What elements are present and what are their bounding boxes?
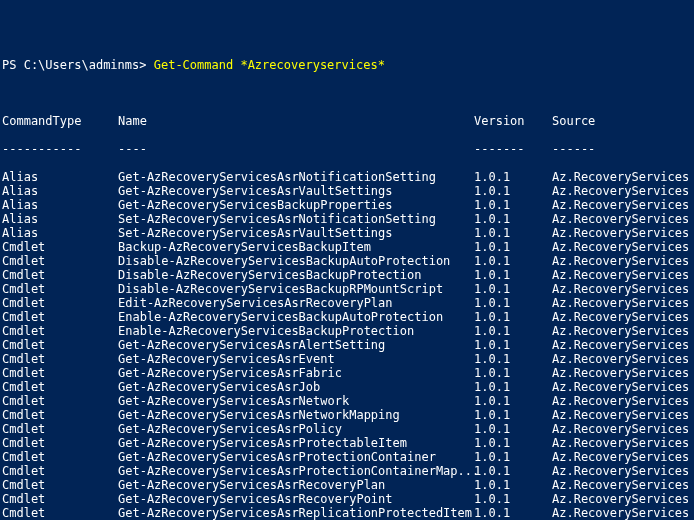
cell-name: Disable-AzRecoveryServicesBackupProtecti… xyxy=(118,268,474,282)
cell-version: 1.0.1 xyxy=(474,506,552,520)
cell-commandtype: Cmdlet xyxy=(2,352,118,366)
cell-name: Get-AzRecoveryServicesAsrFabric xyxy=(118,366,474,380)
cell-source: Az.RecoveryServices xyxy=(552,506,689,520)
cell-source: Az.RecoveryServices xyxy=(552,352,689,366)
table-row: CmdletBackup-AzRecoveryServicesBackupIte… xyxy=(2,240,692,254)
cell-commandtype: Alias xyxy=(2,226,118,240)
cell-name: Disable-AzRecoveryServicesBackupAutoProt… xyxy=(118,254,474,268)
prompt-line: PS C:\Users\adminms> Get-Command *Azreco… xyxy=(2,58,692,72)
table-row: CmdletGet-AzRecoveryServicesAsrProtectio… xyxy=(2,464,692,478)
cell-commandtype: Cmdlet xyxy=(2,450,118,464)
table-row: CmdletEnable-AzRecoveryServicesBackupPro… xyxy=(2,324,692,338)
cell-source: Az.RecoveryServices xyxy=(552,478,689,492)
cell-version: 1.0.1 xyxy=(474,338,552,352)
table-row: AliasGet-AzRecoveryServicesAsrNotificati… xyxy=(2,170,692,184)
sep-name: ---- xyxy=(118,142,474,156)
cell-commandtype: Cmdlet xyxy=(2,380,118,394)
blank-line xyxy=(2,86,692,100)
cell-name: Set-AzRecoveryServicesAsrNotificationSet… xyxy=(118,212,474,226)
cell-name: Get-AzRecoveryServicesAsrRecoveryPlan xyxy=(118,478,474,492)
cell-source: Az.RecoveryServices xyxy=(552,408,689,422)
cell-version: 1.0.1 xyxy=(474,170,552,184)
table-separator: ---------------------------- xyxy=(2,142,692,156)
cell-commandtype: Cmdlet xyxy=(2,394,118,408)
sep-version: ------- xyxy=(474,142,552,156)
table-row: AliasGet-AzRecoveryServicesBackupPropert… xyxy=(2,198,692,212)
cell-version: 1.0.1 xyxy=(474,226,552,240)
cell-name: Get-AzRecoveryServicesAsrAlertSetting xyxy=(118,338,474,352)
cell-source: Az.RecoveryServices xyxy=(552,198,689,212)
cell-source: Az.RecoveryServices xyxy=(552,170,689,184)
cell-version: 1.0.1 xyxy=(474,408,552,422)
table-row: CmdletGet-AzRecoveryServicesAsrFabric1.0… xyxy=(2,366,692,380)
cell-version: 1.0.1 xyxy=(474,296,552,310)
cell-commandtype: Cmdlet xyxy=(2,506,118,520)
cell-version: 1.0.1 xyxy=(474,240,552,254)
cell-commandtype: Cmdlet xyxy=(2,282,118,296)
header-commandtype: CommandType xyxy=(2,114,118,128)
cell-commandtype: Cmdlet xyxy=(2,478,118,492)
cell-name: Edit-AzRecoveryServicesAsrRecoveryPlan xyxy=(118,296,474,310)
cell-commandtype: Cmdlet xyxy=(2,464,118,478)
cell-version: 1.0.1 xyxy=(474,254,552,268)
cell-commandtype: Cmdlet xyxy=(2,324,118,338)
cell-source: Az.RecoveryServices xyxy=(552,324,689,338)
cell-source: Az.RecoveryServices xyxy=(552,436,689,450)
cell-version: 1.0.1 xyxy=(474,422,552,436)
cell-version: 1.0.1 xyxy=(474,492,552,506)
cell-name: Get-AzRecoveryServicesAsrRecoveryPoint xyxy=(118,492,474,506)
cell-name: Get-AzRecoveryServicesAsrNetworkMapping xyxy=(118,408,474,422)
table-row: CmdletGet-AzRecoveryServicesAsrProtectio… xyxy=(2,450,692,464)
cell-name: Get-AzRecoveryServicesAsrPolicy xyxy=(118,422,474,436)
cell-version: 1.0.1 xyxy=(474,380,552,394)
cell-name: Get-AzRecoveryServicesAsrReplicationProt… xyxy=(118,506,474,520)
cell-commandtype: Cmdlet xyxy=(2,408,118,422)
header-name: Name xyxy=(118,114,474,128)
table-row: CmdletGet-AzRecoveryServicesAsrReplicati… xyxy=(2,506,692,520)
cell-commandtype: Cmdlet xyxy=(2,338,118,352)
cell-source: Az.RecoveryServices xyxy=(552,296,689,310)
cell-name: Get-AzRecoveryServicesAsrNotificationSet… xyxy=(118,170,474,184)
cell-source: Az.RecoveryServices xyxy=(552,282,689,296)
header-version: Version xyxy=(474,114,552,128)
table-row: CmdletDisable-AzRecoveryServicesBackupAu… xyxy=(2,254,692,268)
table-row: CmdletGet-AzRecoveryServicesAsrEvent1.0.… xyxy=(2,352,692,366)
cell-source: Az.RecoveryServices xyxy=(552,464,689,478)
table-row: CmdletGet-AzRecoveryServicesAsrJob1.0.1A… xyxy=(2,380,692,394)
cell-source: Az.RecoveryServices xyxy=(552,492,689,506)
cell-version: 1.0.1 xyxy=(474,212,552,226)
cell-source: Az.RecoveryServices xyxy=(552,394,689,408)
cell-version: 1.0.1 xyxy=(474,394,552,408)
sep-source: ------ xyxy=(552,142,595,156)
cell-source: Az.RecoveryServices xyxy=(552,184,689,198)
cell-version: 1.0.1 xyxy=(474,184,552,198)
table-row: CmdletEdit-AzRecoveryServicesAsrRecovery… xyxy=(2,296,692,310)
cell-name: Get-AzRecoveryServicesAsrNetwork xyxy=(118,394,474,408)
cell-name: Get-AzRecoveryServicesAsrProtectionConta… xyxy=(118,450,474,464)
cell-name: Enable-AzRecoveryServicesBackupProtectio… xyxy=(118,324,474,338)
table-header: CommandTypeNameVersionSource xyxy=(2,114,692,128)
cell-name: Get-AzRecoveryServicesAsrEvent xyxy=(118,352,474,366)
cell-version: 1.0.1 xyxy=(474,436,552,450)
command-text: Get-Command *Azrecoveryservices* xyxy=(154,58,385,72)
cell-name: Get-AzRecoveryServicesAsrProtectableItem xyxy=(118,436,474,450)
cell-commandtype: Cmdlet xyxy=(2,422,118,436)
table-row: CmdletGet-AzRecoveryServicesAsrRecoveryP… xyxy=(2,492,692,506)
cell-name: Enable-AzRecoveryServicesBackupAutoProte… xyxy=(118,310,474,324)
cell-source: Az.RecoveryServices xyxy=(552,212,689,226)
cell-commandtype: Cmdlet xyxy=(2,240,118,254)
table-row: CmdletEnable-AzRecoveryServicesBackupAut… xyxy=(2,310,692,324)
cell-commandtype: Cmdlet xyxy=(2,366,118,380)
cell-source: Az.RecoveryServices xyxy=(552,254,689,268)
table-row: CmdletGet-AzRecoveryServicesAsrAlertSett… xyxy=(2,338,692,352)
cell-version: 1.0.1 xyxy=(474,198,552,212)
table-row: CmdletGet-AzRecoveryServicesAsrProtectab… xyxy=(2,436,692,450)
cell-source: Az.RecoveryServices xyxy=(552,226,689,240)
table-row: AliasSet-AzRecoveryServicesAsrVaultSetti… xyxy=(2,226,692,240)
cell-commandtype: Cmdlet xyxy=(2,436,118,450)
table-row: CmdletGet-AzRecoveryServicesAsrNetwork1.… xyxy=(2,394,692,408)
cell-version: 1.0.1 xyxy=(474,282,552,296)
cell-commandtype: Cmdlet xyxy=(2,296,118,310)
table-row: AliasGet-AzRecoveryServicesAsrVaultSetti… xyxy=(2,184,692,198)
sep-commandtype: ----------- xyxy=(2,142,118,156)
